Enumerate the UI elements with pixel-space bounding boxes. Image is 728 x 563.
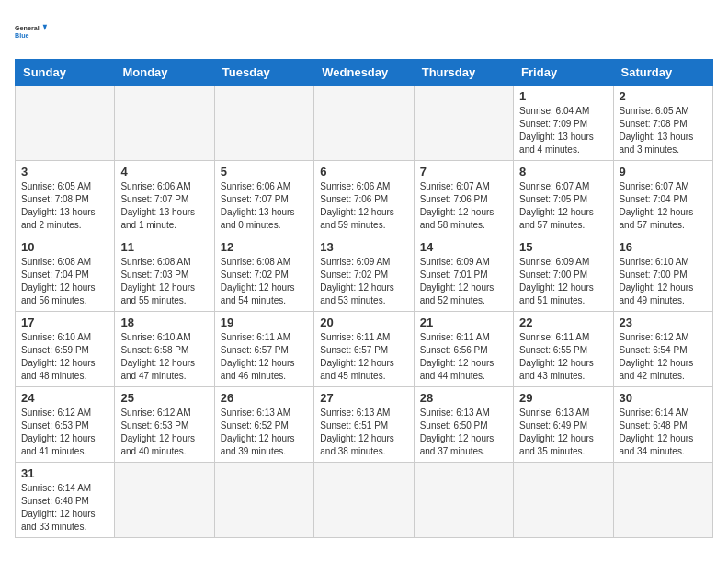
day-info: Sunrise: 6:09 AM Sunset: 7:01 PM Dayligh…: [420, 256, 507, 307]
day-number: 10: [21, 240, 108, 254]
calendar-cell: 17Sunrise: 6:10 AM Sunset: 6:59 PM Dayli…: [16, 312, 115, 387]
day-number: 20: [320, 316, 407, 329]
calendar-table: SundayMondayTuesdayWednesdayThursdayFrid…: [15, 59, 713, 538]
day-number: 8: [519, 165, 607, 178]
calendar-week-5: 31Sunrise: 6:14 AM Sunset: 6:48 PM Dayli…: [16, 463, 713, 538]
calendar-week-4: 24Sunrise: 6:12 AM Sunset: 6:53 PM Dayli…: [16, 387, 713, 463]
day-number: 7: [420, 165, 507, 178]
logo: GeneralBlue: [15, 15, 48, 48]
calendar-cell: [414, 463, 513, 538]
day-info: Sunrise: 6:13 AM Sunset: 6:51 PM Dayligh…: [320, 407, 407, 458]
calendar-cell: 3Sunrise: 6:05 AM Sunset: 7:08 PM Daylig…: [16, 161, 115, 236]
day-number: 13: [320, 240, 407, 254]
day-number: 27: [320, 391, 407, 405]
svg-text:Blue: Blue: [15, 31, 29, 40]
day-number: 4: [120, 165, 208, 178]
calendar-cell: 22Sunrise: 6:11 AM Sunset: 6:55 PM Dayli…: [514, 312, 613, 387]
calendar-cell: 1Sunrise: 6:04 AM Sunset: 7:09 PM Daylig…: [514, 86, 613, 161]
day-number: 16: [620, 240, 707, 254]
calendar-cell: 9Sunrise: 6:07 AM Sunset: 7:04 PM Daylig…: [613, 161, 712, 236]
calendar-cell: 15Sunrise: 6:09 AM Sunset: 7:00 PM Dayli…: [514, 236, 613, 312]
day-info: Sunrise: 6:12 AM Sunset: 6:53 PM Dayligh…: [21, 407, 108, 458]
day-info: Sunrise: 6:07 AM Sunset: 7:06 PM Dayligh…: [420, 180, 507, 232]
day-info: Sunrise: 6:07 AM Sunset: 7:05 PM Dayligh…: [519, 180, 607, 232]
page-header: GeneralBlue: [15, 15, 713, 48]
day-number: 26: [221, 391, 308, 405]
day-info: Sunrise: 6:05 AM Sunset: 7:08 PM Dayligh…: [620, 105, 707, 156]
day-info: Sunrise: 6:08 AM Sunset: 7:04 PM Dayligh…: [21, 256, 108, 307]
day-info: Sunrise: 6:12 AM Sunset: 6:54 PM Dayligh…: [620, 331, 707, 383]
day-number: 22: [519, 316, 607, 329]
header-thursday: Thursday: [414, 60, 513, 86]
day-info: Sunrise: 6:13 AM Sunset: 6:49 PM Dayligh…: [519, 407, 607, 458]
day-info: Sunrise: 6:08 AM Sunset: 7:02 PM Dayligh…: [221, 256, 308, 307]
calendar-cell: 26Sunrise: 6:13 AM Sunset: 6:52 PM Dayli…: [214, 387, 313, 463]
header-friday: Friday: [514, 60, 613, 86]
day-number: 15: [519, 240, 607, 254]
day-info: Sunrise: 6:13 AM Sunset: 6:52 PM Dayligh…: [221, 407, 308, 458]
calendar-cell: [613, 463, 712, 538]
day-number: 21: [420, 316, 507, 329]
calendar-cell: [314, 463, 414, 538]
day-number: 30: [620, 391, 707, 405]
day-number: 31: [21, 466, 108, 480]
header-monday: Monday: [115, 60, 214, 86]
calendar-cell: 5Sunrise: 6:06 AM Sunset: 7:07 PM Daylig…: [214, 161, 313, 236]
day-info: Sunrise: 6:07 AM Sunset: 7:04 PM Dayligh…: [620, 180, 707, 232]
calendar-cell: 4Sunrise: 6:06 AM Sunset: 7:07 PM Daylig…: [115, 161, 214, 236]
day-info: Sunrise: 6:04 AM Sunset: 7:09 PM Dayligh…: [519, 105, 607, 156]
day-info: Sunrise: 6:11 AM Sunset: 6:57 PM Dayligh…: [221, 331, 308, 383]
day-number: 24: [21, 391, 108, 405]
day-info: Sunrise: 6:10 AM Sunset: 6:59 PM Dayligh…: [21, 331, 108, 383]
day-info: Sunrise: 6:11 AM Sunset: 6:57 PM Dayligh…: [320, 331, 407, 383]
day-number: 17: [21, 316, 108, 329]
day-info: Sunrise: 6:09 AM Sunset: 7:00 PM Dayligh…: [519, 256, 607, 307]
calendar-cell: 16Sunrise: 6:10 AM Sunset: 7:00 PM Dayli…: [613, 236, 712, 312]
day-info: Sunrise: 6:09 AM Sunset: 7:02 PM Dayligh…: [320, 256, 407, 307]
calendar-cell: [115, 86, 214, 161]
calendar-cell: [16, 86, 115, 161]
calendar-cell: 13Sunrise: 6:09 AM Sunset: 7:02 PM Dayli…: [314, 236, 414, 312]
calendar-cell: 11Sunrise: 6:08 AM Sunset: 7:03 PM Dayli…: [115, 236, 214, 312]
day-info: Sunrise: 6:08 AM Sunset: 7:03 PM Dayligh…: [120, 256, 208, 307]
day-info: Sunrise: 6:06 AM Sunset: 7:07 PM Dayligh…: [120, 180, 208, 232]
header-wednesday: Wednesday: [314, 60, 414, 86]
day-info: Sunrise: 6:12 AM Sunset: 6:53 PM Dayligh…: [120, 407, 208, 458]
calendar-cell: [514, 463, 613, 538]
day-number: 14: [420, 240, 507, 254]
day-number: 11: [120, 240, 208, 254]
calendar-cell: 28Sunrise: 6:13 AM Sunset: 6:50 PM Dayli…: [414, 387, 513, 463]
day-number: 19: [221, 316, 308, 329]
day-number: 12: [221, 240, 308, 254]
day-info: Sunrise: 6:11 AM Sunset: 6:55 PM Dayligh…: [519, 331, 607, 383]
day-info: Sunrise: 6:10 AM Sunset: 7:00 PM Dayligh…: [620, 256, 707, 307]
calendar-week-1: 3Sunrise: 6:05 AM Sunset: 7:08 PM Daylig…: [16, 161, 713, 236]
calendar-cell: 6Sunrise: 6:06 AM Sunset: 7:06 PM Daylig…: [314, 161, 414, 236]
calendar-cell: 10Sunrise: 6:08 AM Sunset: 7:04 PM Dayli…: [16, 236, 115, 312]
svg-text:General: General: [15, 24, 40, 32]
day-number: 9: [620, 165, 707, 178]
day-info: Sunrise: 6:06 AM Sunset: 7:06 PM Dayligh…: [320, 180, 407, 232]
calendar-cell: 7Sunrise: 6:07 AM Sunset: 7:06 PM Daylig…: [414, 161, 513, 236]
calendar-cell: [214, 463, 313, 538]
calendar-cell: 29Sunrise: 6:13 AM Sunset: 6:49 PM Dayli…: [514, 387, 613, 463]
calendar-cell: 14Sunrise: 6:09 AM Sunset: 7:01 PM Dayli…: [414, 236, 513, 312]
calendar-cell: 27Sunrise: 6:13 AM Sunset: 6:51 PM Dayli…: [314, 387, 414, 463]
day-info: Sunrise: 6:06 AM Sunset: 7:07 PM Dayligh…: [221, 180, 308, 232]
header-sunday: Sunday: [16, 60, 115, 86]
calendar-cell: 25Sunrise: 6:12 AM Sunset: 6:53 PM Dayli…: [115, 387, 214, 463]
calendar-cell: 12Sunrise: 6:08 AM Sunset: 7:02 PM Dayli…: [214, 236, 313, 312]
calendar-cell: 21Sunrise: 6:11 AM Sunset: 6:56 PM Dayli…: [414, 312, 513, 387]
day-info: Sunrise: 6:14 AM Sunset: 6:48 PM Dayligh…: [21, 482, 108, 534]
calendar-cell: 23Sunrise: 6:12 AM Sunset: 6:54 PM Dayli…: [613, 312, 712, 387]
day-info: Sunrise: 6:10 AM Sunset: 6:58 PM Dayligh…: [120, 331, 208, 383]
day-number: 29: [519, 391, 607, 405]
calendar-week-0: 1Sunrise: 6:04 AM Sunset: 7:09 PM Daylig…: [16, 86, 713, 161]
header-tuesday: Tuesday: [214, 60, 313, 86]
day-info: Sunrise: 6:14 AM Sunset: 6:48 PM Dayligh…: [620, 407, 707, 458]
day-info: Sunrise: 6:05 AM Sunset: 7:08 PM Dayligh…: [21, 180, 108, 232]
day-number: 25: [120, 391, 208, 405]
calendar-cell: [314, 86, 414, 161]
day-number: 5: [221, 165, 308, 178]
calendar-cell: 18Sunrise: 6:10 AM Sunset: 6:58 PM Dayli…: [115, 312, 214, 387]
